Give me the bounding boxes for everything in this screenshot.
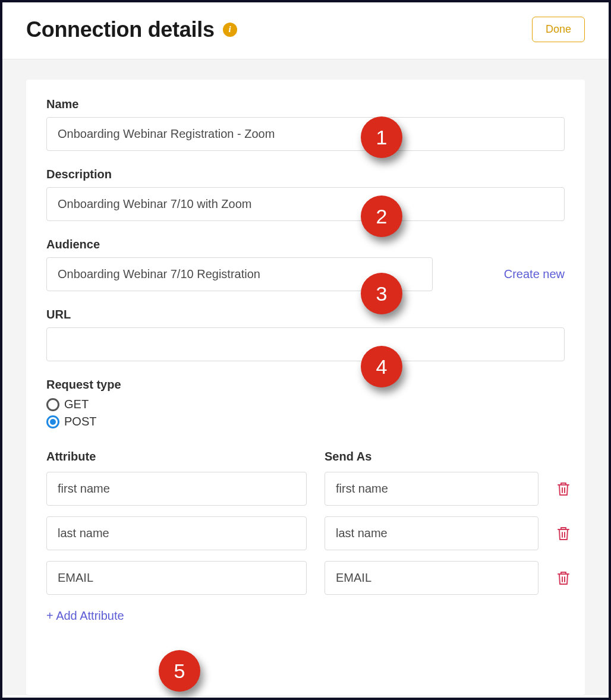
request-type-post[interactable]: POST bbox=[46, 415, 565, 428]
form-card: Name Description Audience Create new URL… bbox=[26, 80, 585, 695]
radio-icon bbox=[46, 398, 59, 411]
request-type-field: Request type GET POST bbox=[46, 378, 565, 428]
description-label: Description bbox=[46, 168, 565, 181]
callout-5: 5 bbox=[159, 650, 200, 692]
delete-attribute-icon[interactable] bbox=[556, 569, 571, 587]
delete-attribute-icon[interactable] bbox=[556, 525, 571, 543]
attribute-input[interactable] bbox=[46, 561, 307, 595]
url-label: URL bbox=[46, 308, 565, 321]
radio-icon bbox=[46, 415, 59, 428]
create-new-link[interactable]: Create new bbox=[504, 267, 565, 281]
attribute-rows bbox=[46, 472, 565, 595]
title-block: Connection details i bbox=[26, 17, 237, 42]
audience-label: Audience bbox=[46, 238, 565, 251]
attribute-input[interactable] bbox=[46, 472, 307, 506]
description-field: Description bbox=[46, 168, 565, 221]
sendas-input[interactable] bbox=[325, 516, 538, 550]
url-input[interactable] bbox=[46, 327, 565, 361]
content-surface: Name Description Audience Create new URL… bbox=[2, 59, 609, 695]
add-attribute-link[interactable]: + Add Attribute bbox=[46, 609, 124, 623]
app-frame: Connection details i Done Name Descripti… bbox=[0, 0, 611, 700]
description-input[interactable] bbox=[46, 187, 565, 221]
request-type-label: Request type bbox=[46, 378, 565, 392]
delete-attribute-icon[interactable] bbox=[556, 480, 571, 498]
attribute-row bbox=[46, 472, 565, 506]
page-title: Connection details bbox=[26, 17, 215, 42]
audience-row: Create new bbox=[46, 257, 565, 291]
callout-4: 4 bbox=[361, 346, 402, 387]
done-button[interactable]: Done bbox=[532, 17, 585, 42]
attribute-row bbox=[46, 561, 565, 595]
name-input[interactable] bbox=[46, 117, 565, 151]
page-header: Connection details i Done bbox=[2, 2, 609, 59]
sendas-input[interactable] bbox=[325, 472, 538, 506]
attribute-columns-header: Attribute Send As bbox=[46, 450, 565, 463]
sendas-input[interactable] bbox=[325, 561, 538, 595]
info-icon[interactable]: i bbox=[223, 23, 237, 37]
request-get-label: GET bbox=[64, 398, 89, 411]
audience-field: Audience Create new bbox=[46, 238, 565, 291]
request-type-group: GET POST bbox=[46, 398, 565, 428]
callout-2: 2 bbox=[361, 196, 402, 237]
request-type-get[interactable]: GET bbox=[46, 398, 565, 411]
attribute-header: Attribute bbox=[46, 450, 307, 463]
callout-1: 1 bbox=[361, 116, 402, 158]
callout-3: 3 bbox=[361, 273, 402, 314]
name-label: Name bbox=[46, 97, 565, 111]
request-post-label: POST bbox=[64, 415, 96, 428]
name-field: Name bbox=[46, 97, 565, 151]
sendas-header: Send As bbox=[325, 450, 538, 463]
attribute-input[interactable] bbox=[46, 516, 307, 550]
attribute-row bbox=[46, 516, 565, 550]
url-field: URL bbox=[46, 308, 565, 361]
